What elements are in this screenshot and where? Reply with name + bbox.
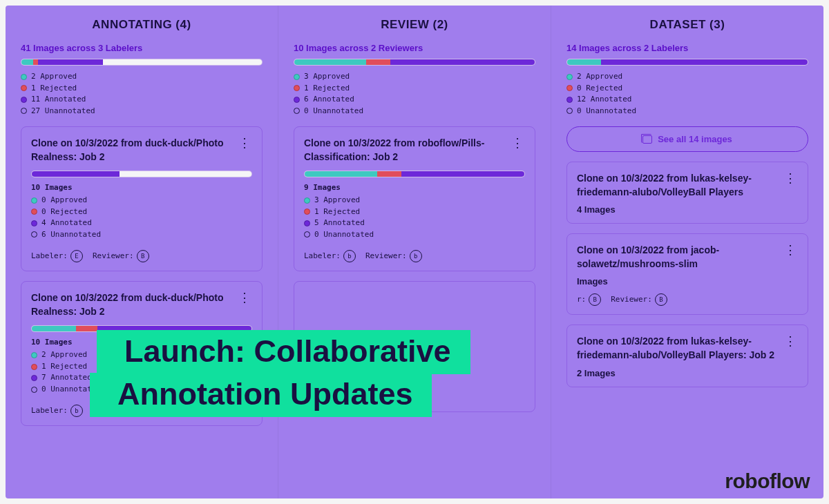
- more-icon[interactable]: ⋮: [783, 335, 798, 347]
- column-summary: 10 Images across 2 Reviewers: [294, 43, 535, 53]
- job-card[interactable]: Clone on 10/3/2022 from duck-duck/Photo …: [21, 281, 263, 426]
- legend: 2 Approved 1 Rejected 11 Annotated 27 Un…: [21, 71, 263, 117]
- avatar[interactable]: E: [343, 391, 356, 403]
- column-annotating: ANNOTATING (4) 41 Images across 3 Labele…: [6, 6, 278, 498]
- column-summary: 41 Images across 3 Labelers: [21, 43, 263, 53]
- more-icon[interactable]: ⋮: [237, 291, 252, 304]
- more-icon[interactable]: ⋮: [510, 137, 525, 149]
- dot-rejected-icon: [21, 85, 27, 91]
- avatar[interactable]: b: [410, 250, 422, 262]
- avatar[interactable]: b: [70, 405, 83, 417]
- see-all-button[interactable]: See all 14 images: [566, 126, 808, 152]
- images-count: 4 Images: [577, 204, 798, 215]
- avatar[interactable]: B: [655, 293, 667, 306]
- dataset-card[interactable]: Clone on 10/3/2022 from jacob-solawetz/m…: [566, 233, 808, 315]
- card-title: Clone on 10/3/2022 from jacob-solawetz/m…: [577, 244, 779, 271]
- column-title: REVIEW (2): [294, 18, 535, 32]
- dataset-card[interactable]: Clone on 10/3/2022 from lukas-kelsey-fri…: [566, 162, 808, 224]
- dataset-card[interactable]: Clone on 10/3/2022 from lukas-kelsey-fri…: [566, 324, 808, 387]
- progress-bar: [31, 171, 252, 177]
- avatar[interactable]: E: [70, 250, 83, 262]
- dot-approved-icon: [21, 74, 27, 80]
- progress-bar: [304, 171, 525, 177]
- progress-bar: [294, 59, 535, 66]
- avatar[interactable]: B: [137, 405, 149, 417]
- avatar[interactable]: b: [343, 250, 356, 262]
- legend: 2 Approved 1 Rejected 7 Annotated 0 Unan…: [31, 349, 252, 395]
- card-title: Clone on 10/3/2022 from duck-duck/Photo …: [31, 137, 233, 164]
- images-count: 2 Images: [577, 368, 798, 378]
- legend: 3 Approved 1 Rejected 6 Annotated 0 Unan…: [294, 71, 535, 117]
- more-icon[interactable]: ⋮: [237, 137, 252, 149]
- progress-bar: [31, 325, 252, 332]
- column-summary: 14 Images across 2 Labelers: [566, 43, 808, 53]
- brand-logo: roboflow: [725, 469, 810, 493]
- avatar[interactable]: B: [137, 250, 149, 262]
- job-card[interactable]: Clone on 10/3/2022 from duck-duck/Photo …: [21, 126, 263, 271]
- legend: 2 Approved 0 Rejected 12 Annotated 0 Una…: [566, 71, 808, 117]
- job-card[interactable]: Clone on 10/3/2022 from roboflow/Pills-C…: [294, 126, 535, 271]
- avatar[interactable]: B: [410, 391, 422, 403]
- column-dataset: DATASET (3) 14 Images across 2 Labelers …: [551, 6, 823, 498]
- card-title: Clone on 10/3/2022 from roboflow/Pills-C…: [304, 137, 506, 164]
- column-review: REVIEW (2) 10 Images across 2 Reviewers …: [278, 6, 551, 498]
- legend: 3 Approved 1 Rejected 5 Annotated 0 Unan…: [304, 195, 525, 240]
- roles-row: Labeler:E Reviewer:B: [31, 250, 252, 262]
- images-count: 10 Images: [31, 183, 252, 192]
- progress-bar: [566, 59, 808, 66]
- card-title: Clone on 10/3/2022 from lukas-kelsey-fri…: [577, 172, 779, 199]
- roles-row: r:B Reviewer:B: [577, 293, 798, 306]
- dot-annotated-icon: [21, 97, 27, 103]
- column-title: DATASET (3): [566, 18, 808, 32]
- roles-row: Labeler:b Reviewer:B: [31, 405, 252, 417]
- kanban-board: ANNOTATING (4) 41 Images across 3 Labele…: [6, 6, 823, 498]
- images-count: 9 Images: [304, 183, 525, 192]
- more-icon[interactable]: ⋮: [783, 172, 798, 184]
- more-icon[interactable]: ⋮: [783, 244, 798, 256]
- job-card[interactable]: Labeler:E Reviewer:B: [294, 281, 535, 412]
- avatar[interactable]: B: [589, 293, 601, 306]
- progress-bar: [21, 59, 263, 66]
- roles-row: Labeler:b Reviewer:b: [304, 250, 525, 262]
- legend: 0 Approved 0 Rejected 4 Annotated 6 Unan…: [31, 195, 252, 240]
- images-count: Images: [577, 276, 798, 287]
- images-count: 10 Images: [31, 338, 252, 347]
- card-title: Clone on 10/3/2022 from lukas-kelsey-fri…: [577, 335, 779, 362]
- card-title: Clone on 10/3/2022 from duck-duck/Photo …: [31, 291, 233, 318]
- dot-unannotated-icon: [21, 108, 27, 114]
- images-icon: [642, 135, 652, 144]
- roles-row: Labeler:E Reviewer:B: [304, 391, 422, 403]
- column-title: ANNOTATING (4): [21, 18, 263, 32]
